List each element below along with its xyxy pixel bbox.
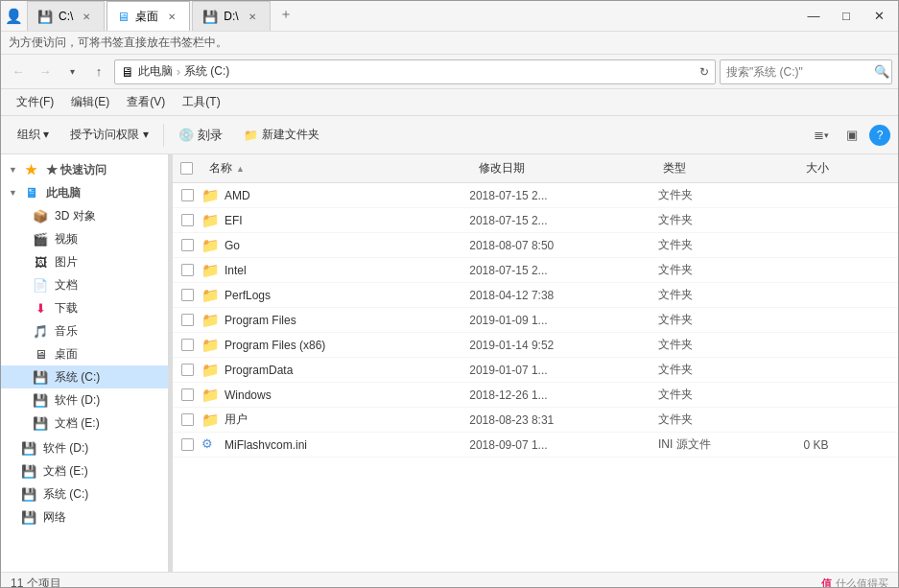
file-icon-container: 📁: [201, 312, 219, 329]
row-check: [173, 413, 201, 426]
close-button[interactable]: ✕: [864, 3, 894, 30]
row-name: 📁 ProgramData: [201, 362, 461, 379]
menu-file[interactable]: 文件(F): [9, 91, 61, 113]
sidebar: ▼ ★ ★ 快速访问 ▼ 🖥 此电脑 📦 3D 对象 🎬 视频 🖼 图片 📄 文…: [1, 154, 169, 572]
sidebar-this-pc[interactable]: ▼ 🖥 此电脑: [1, 181, 168, 204]
menu-edit[interactable]: 编辑(E): [63, 91, 117, 113]
back-button[interactable]: ←: [7, 60, 30, 83]
table-row[interactable]: 📁 Go 2018-08-07 8:50 文件夹: [173, 233, 898, 258]
header-size[interactable]: 大小: [798, 158, 898, 178]
search-input[interactable]: [726, 65, 870, 79]
help-button[interactable]: ?: [869, 125, 890, 146]
help-icon: ?: [877, 129, 884, 142]
row-checkbox[interactable]: [181, 438, 194, 451]
file-name-text: 用户: [225, 412, 248, 428]
table-row[interactable]: 📁 Program Files (x86) 2019-01-14 9:52 文件…: [173, 333, 898, 358]
sidebar-item-music[interactable]: 🎵 音乐: [1, 319, 168, 342]
row-checkbox[interactable]: [181, 214, 194, 226]
tab-c-drive[interactable]: 💾 C:\ ✕: [27, 1, 105, 31]
row-checkbox[interactable]: [181, 264, 194, 276]
main-layout: ▼ ★ ★ 快速访问 ▼ 🖥 此电脑 📦 3D 对象 🎬 视频 🖼 图片 📄 文…: [1, 154, 898, 572]
new-folder-button[interactable]: 📁 新建文件夹: [235, 122, 328, 148]
sidebar-item-downloads[interactable]: ⬇ 下载: [1, 296, 168, 319]
sidebar-item-system-c[interactable]: 💾 系统 (C:): [1, 365, 168, 388]
menu-tools[interactable]: 工具(T): [175, 91, 227, 113]
row-checkbox[interactable]: [181, 314, 194, 326]
refresh-button[interactable]: ↻: [699, 65, 709, 79]
sidebar-item-net-more[interactable]: 💾 网络: [1, 506, 168, 529]
recent-locations-button[interactable]: ▾: [60, 60, 83, 83]
forward-button[interactable]: →: [34, 60, 57, 83]
row-checkbox[interactable]: [181, 413, 194, 426]
row-date: 2018-04-12 7:38: [461, 287, 651, 304]
sidebar-item-docs-e[interactable]: 💾 文档 (E:): [1, 412, 168, 435]
sidebar-item-net-system-c[interactable]: 💾 系统 (C:): [1, 482, 168, 506]
search-bar[interactable]: 🔍: [720, 59, 892, 84]
item-count: 11 个项目: [11, 576, 61, 588]
row-name: 📁 EFI: [201, 212, 461, 229]
row-checkbox[interactable]: [181, 239, 194, 251]
3d-label: 3D 对象: [55, 208, 160, 224]
row-date: 2019-01-09 1...: [461, 312, 651, 329]
new-tab-button[interactable]: ＋: [272, 1, 299, 28]
table-row[interactable]: 📁 Program Files 2019-01-09 1... 文件夹: [173, 308, 898, 333]
sidebar-quick-access[interactable]: ▼ ★ ★ 快速访问: [1, 158, 168, 181]
burn-button[interactable]: 💿 刻录: [170, 122, 231, 149]
table-row[interactable]: 📁 Intel 2018-07-15 2... 文件夹: [173, 258, 898, 283]
row-name: 📁 Windows: [201, 387, 461, 404]
row-type: 文件夹: [651, 285, 796, 305]
sidebar-item-video[interactable]: 🎬 视频: [1, 227, 168, 250]
tab-d-close[interactable]: ✕: [245, 9, 260, 24]
sidebar-item-3d[interactable]: 📦 3D 对象: [1, 204, 168, 227]
header-date[interactable]: 修改日期: [471, 158, 656, 178]
row-date: 2018-07-15 2...: [461, 212, 651, 229]
table-row[interactable]: 📁 EFI 2018-07-15 2... 文件夹: [173, 208, 898, 233]
organize-button[interactable]: 组织 ▾: [9, 122, 58, 148]
sidebar-item-software-d[interactable]: 💾 软件 (D:): [1, 388, 168, 412]
table-row[interactable]: 📁 PerfLogs 2018-04-12 7:38 文件夹: [173, 283, 898, 308]
row-checkbox[interactable]: [181, 388, 194, 401]
minimize-button[interactable]: —: [798, 3, 829, 30]
table-row[interactable]: 📁 Windows 2018-12-26 1... 文件夹: [173, 383, 898, 408]
sidebar-item-pictures[interactable]: 🖼 图片: [1, 250, 168, 273]
tab-c-close[interactable]: ✕: [79, 9, 94, 24]
table-row[interactable]: ⚙ MiFlashvcom.ini 2018-09-07 1... INI 源文…: [173, 433, 898, 458]
view-mode-button[interactable]: ≣ ▾: [808, 122, 835, 149]
view-pane-button[interactable]: ▣: [839, 122, 865, 149]
address-bar[interactable]: 🖥 此电脑 › 系统 (C:) ↻: [114, 59, 716, 84]
sidebar-item-net-docs-e[interactable]: 💾 文档 (E:): [1, 459, 168, 482]
row-size: [796, 294, 898, 297]
folder-icon: 📁: [201, 362, 220, 378]
folder-icon: 📁: [201, 387, 220, 403]
tab-c-label: C:\: [59, 10, 73, 23]
table-row[interactable]: 📁 用户 2018-08-23 8:31 文件夹: [173, 408, 898, 433]
expand-this-pc: ▼: [9, 188, 17, 198]
tab-desktop-close[interactable]: ✕: [164, 9, 179, 24]
menu-view[interactable]: 查看(V): [119, 91, 173, 113]
file-icon-container: 📁: [201, 187, 219, 204]
file-rows: 📁 AMD 2018-07-15 2... 文件夹 📁 EFI 2018-07-…: [173, 183, 898, 458]
folder-icon: 📁: [201, 337, 220, 353]
row-date: 2018-08-23 8:31: [461, 412, 651, 429]
grant-access-button[interactable]: 授予访问权限 ▾: [61, 122, 156, 148]
table-row[interactable]: 📁 AMD 2018-07-15 2... 文件夹: [173, 183, 898, 208]
up-button[interactable]: ↑: [87, 60, 110, 83]
maximize-button[interactable]: □: [831, 3, 862, 30]
row-size: [796, 318, 898, 322]
row-checkbox[interactable]: [181, 339, 194, 351]
sidebar-item-net-software-d[interactable]: 💾 软件 (D:): [1, 436, 168, 459]
header-checkbox[interactable]: [180, 162, 193, 175]
row-check: [173, 364, 201, 376]
tab-d-drive[interactable]: 💾 D:\ ✕: [192, 1, 270, 31]
sidebar-item-desktop[interactable]: 🖥 桌面: [1, 342, 168, 365]
row-checkbox[interactable]: [181, 364, 194, 376]
toolbar: 组织 ▾ 授予访问权限 ▾ 💿 刻录 📁 新建文件夹 ≣ ▾ ▣ ?: [1, 116, 898, 154]
table-row[interactable]: 📁 ProgramData 2019-01-07 1... 文件夹: [173, 358, 898, 383]
row-checkbox[interactable]: [181, 189, 194, 201]
system-c-icon: 💾: [32, 368, 49, 386]
sidebar-item-documents[interactable]: 📄 文档: [1, 273, 168, 296]
header-name[interactable]: 名称 ▲: [201, 158, 471, 178]
row-checkbox[interactable]: [181, 289, 194, 301]
tab-desktop[interactable]: 🖥 桌面 ✕: [106, 1, 190, 31]
header-type[interactable]: 类型: [655, 158, 797, 178]
